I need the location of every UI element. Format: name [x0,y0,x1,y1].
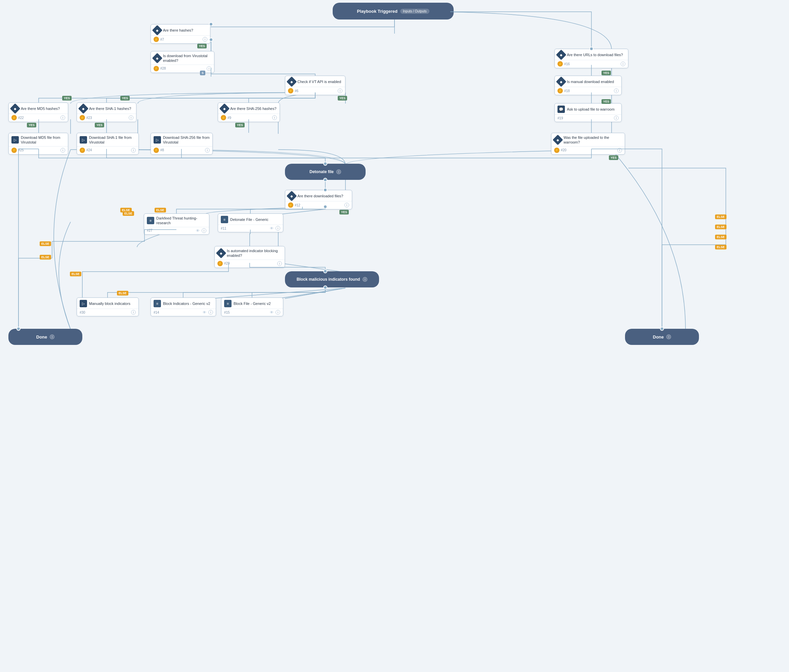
node-header: ◆ Are there SHA-1 hashes? [77,103,136,114]
badge-icon: ⚡ [153,66,159,71]
condition-icon: ◆ [553,135,563,145]
are-there-md5-node[interactable]: ◆ Are there MD5 hashes? ⚡ #22 i [8,102,68,122]
download-sha256-node[interactable]: ▷ Download SHA-256 file from Virustotal … [150,133,213,155]
node-footer: ⚡ #16 i [555,60,628,68]
yes-label-manual: YES [602,99,611,104]
node-id: #14 [153,310,201,314]
playbook-triggered-node[interactable]: Playbook Triggered Inputs / Outputs [333,3,454,19]
badge-icon: ⚡ [221,115,226,120]
done-right-node[interactable]: Done i [625,329,699,345]
node-header: ≡ Darkfeed Threat hunting-research [144,214,209,227]
node-id: #25 [18,148,59,152]
node-title: Is manual download enabled [567,79,619,84]
info-icon[interactable]: i [363,277,367,282]
download-md5-node[interactable]: ▷ Download MD5 file from Virustotal ⚡ #2… [8,133,68,155]
download-sha1-node[interactable]: ▷ Download SHA-1 file from Virustotal ⚡ … [77,133,139,155]
action-icon: ▷ [80,136,87,144]
node-header: ▷ Download SHA-256 file from Virustotal [151,133,212,146]
detonate-file-node[interactable]: Detonate file i [285,164,366,180]
info-icon[interactable]: i [61,148,65,153]
eye-icon: 👁 [196,229,200,233]
condition-icon: ◆ [286,190,297,201]
was-file-uploaded-node[interactable]: ◆ Was the file uploaded to the warroom? … [551,133,625,155]
yes-label-sha256-hash: YES [235,123,244,127]
are-there-hashes-node[interactable]: ◆ Are there hashes? ⚡ #7 i [150,24,210,44]
info-icon[interactable]: i [277,261,282,266]
eye-icon: 👁 [270,310,273,314]
info-icon[interactable]: i [272,115,277,120]
is-automated-blocking-node[interactable]: ◆ Is automated indicator blocking enable… [214,246,285,268]
node-id: #22 [18,116,59,120]
info-icon[interactable]: i [205,148,210,153]
eye-icon: 👁 [203,310,206,314]
are-there-urls-node[interactable]: ◆ Are there URLs to download files? ⚡ #1… [554,49,628,68]
detonate-generic-node[interactable]: ≡ Detonate File - Generic #11 👁 i [218,213,283,232]
node-header: ◆ Is automated indicator blocking enable… [215,246,284,259]
done-right-title: Done [653,334,664,339]
condition-icon: ◆ [152,53,162,64]
ask-upload-warroom-node[interactable]: 💬 Ask to upload file to warroom #19 i [554,103,622,122]
info-icon[interactable]: i [203,37,207,42]
node-title: Is download from Virustotal enabled? [163,53,211,63]
info-icon[interactable]: i [345,203,349,207]
are-there-downloaded-node[interactable]: ◆ Are there downloaded files? ⚡ #12 i [285,190,352,210]
svg-line-15 [211,288,345,299]
info-icon[interactable]: i [621,61,625,66]
node-footer: ⚡ #7 i [151,35,210,43]
condition-icon: ◆ [10,103,20,114]
yes-label-md5-hash: YES [27,123,36,127]
info-icon[interactable]: i [61,115,65,120]
node-header: ◆ Are there downloaded files? [285,190,352,201]
condition-icon: ◆ [78,103,88,114]
info-icon[interactable]: i [614,116,619,120]
badge-icon: ⚡ [288,202,293,208]
done-left-title: Done [36,334,47,339]
info-icon[interactable]: i [276,226,280,230]
done-left-node[interactable]: Done i [8,329,82,345]
info-icon-done-right[interactable]: i [666,334,671,339]
node-footer: ⚡ #25 i [9,146,68,154]
svg-line-16 [285,288,345,299]
condition-icon: ◆ [219,103,230,114]
info-icon[interactable]: i [129,115,133,120]
info-icon[interactable]: i [131,310,136,315]
badge-icon: ⚡ [153,147,159,153]
node-footer: ⚡ #6 i [285,87,345,95]
info-icon[interactable]: i [207,66,211,71]
is-download-vt-node[interactable]: ◆ Is download from Virustotal enabled? ⚡… [150,51,214,73]
info-icon-done-left[interactable]: i [50,334,54,339]
inputs-outputs-badge[interactable]: Inputs / Outputs [400,9,430,14]
are-there-sha1-node[interactable]: ◆ Are there SHA-1 hashes? ⚡ #23 i [77,102,136,122]
info-icon[interactable]: i [208,310,213,315]
darkfeed-node[interactable]: ≡ Darkfeed Threat hunting-research #27 👁… [144,213,209,235]
info-icon[interactable]: i [614,88,619,93]
are-there-sha256-node[interactable]: ◆ Are there SHA-256 hashes? ⚡ #9 i [218,102,280,122]
node-footer: ⚡ #18 i [555,87,621,95]
is-manual-download-node[interactable]: ◆ Is manual download enabled ⚡ #18 i [554,76,622,95]
info-icon[interactable]: i [201,228,206,233]
block-indicators-generic-node[interactable]: ≡ Block Indicators - Generic v2 #14 👁 i [150,298,216,316]
manually-block-node[interactable]: ▷ Manually block indicators #30 i [77,298,139,316]
node-footer: #30 i [77,309,139,316]
block-malicious-node[interactable]: Block malicious indicators found i [285,271,379,287]
node-header: ◆ Was the file uploaded to the warroom? [551,133,624,146]
svg-line-14 [278,288,345,299]
yes-label-hashes: YES [197,44,207,48]
else-label-dl2: ELSE [155,208,166,213]
node-title: Download SHA-256 file from Virustotal [163,135,210,145]
node-title: Detonate File - Generic [230,217,280,222]
block-file-generic-node[interactable]: ≡ Block File - Generic v2 #15 👁 i [221,298,283,316]
node-header: ◆ Are there hashes? [151,24,210,35]
node-footer: #11 👁 i [218,224,283,232]
badge-icon: ⚡ [557,88,563,93]
node-header: ◆ Are there SHA-256 hashes? [218,103,280,114]
node-footer: #19 i [555,114,621,122]
info-icon[interactable]: i [617,148,622,153]
check-vt-api-node[interactable]: ◆ Check if VT API is enabled ⚡ #6 i [285,76,345,95]
info-icon[interactable]: i [131,148,136,153]
node-id: #30 [80,310,130,314]
info-icon[interactable]: i [336,170,341,174]
info-icon[interactable]: i [276,310,280,315]
else-label-r4: ELSE [715,245,727,250]
info-icon[interactable]: i [338,88,342,93]
